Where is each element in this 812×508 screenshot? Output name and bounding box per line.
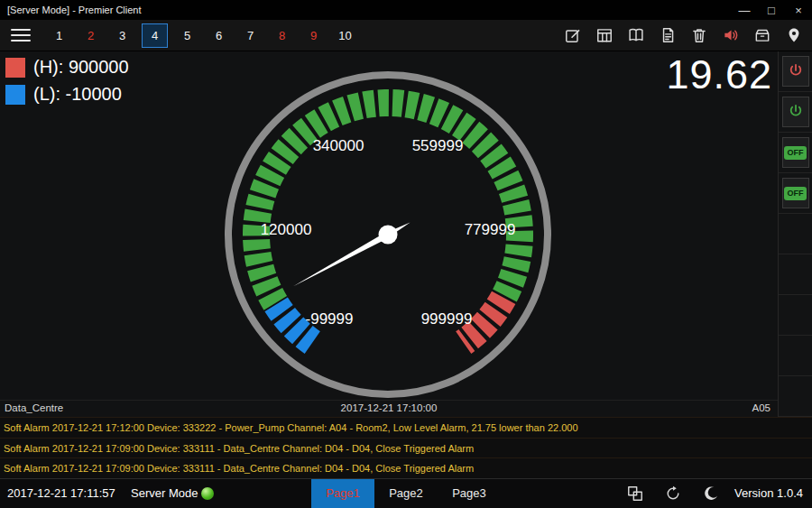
side-cell-empty: [779, 376, 812, 417]
archive-icon[interactable]: [753, 26, 771, 44]
gauge-arc-normal: [256, 103, 520, 303]
side-cell-empty: [779, 214, 812, 254]
window-title: [Server Mode] - Premier Client: [7, 5, 142, 15]
toggle-off-button-1[interactable]: OFF: [782, 137, 809, 168]
gauge-tick-label: -99999: [306, 310, 354, 328]
page-tab-page2[interactable]: Page2: [374, 479, 438, 508]
low-limit-label: (L): -10000: [33, 84, 122, 105]
power-off-button[interactable]: [782, 97, 809, 127]
side-cell-empty: [779, 336, 812, 376]
legend-high: (H): 900000: [5, 57, 129, 78]
gauge-tick-label: 779999: [465, 221, 516, 238]
window-controls: — □ ×: [731, 0, 812, 20]
windows-icon[interactable]: [626, 485, 644, 503]
high-color-swatch: [5, 58, 25, 78]
status-icons: [626, 485, 720, 503]
legend-low: (L): -10000: [5, 84, 129, 105]
grid-icon[interactable]: [595, 26, 614, 44]
toggle-off-label: OFF: [784, 146, 807, 160]
alarm-list: Soft Alarm 2017-12-21 17:12:00 Device: 3…: [0, 417, 812, 478]
tab-9[interactable]: 9: [298, 20, 329, 51]
tab-6[interactable]: 6: [203, 20, 235, 51]
gauge-legend: (H): 900000 (L): -10000: [5, 57, 129, 111]
maximize-button[interactable]: □: [758, 0, 785, 20]
alarm-row[interactable]: Soft Alarm 2017-12-21 17:09:00 Device: 3…: [0, 438, 812, 458]
page-tabs: 1 2 3 4 5 6 7 8 9 10: [43, 20, 361, 51]
document-icon[interactable]: [659, 26, 677, 44]
high-limit-label: (H): 900000: [33, 57, 129, 78]
gauge-panel: (H): 900000 (L): -10000 19.62 -99999 120…: [0, 51, 778, 417]
side-button-column: OFF OFF: [778, 51, 812, 417]
sync-icon[interactable]: [664, 485, 682, 503]
current-value: 19.62: [666, 51, 772, 98]
channel-label: A05: [752, 402, 770, 413]
side-cell-empty: [779, 254, 812, 295]
trash-icon[interactable]: [690, 26, 708, 44]
tab-5[interactable]: 5: [171, 20, 203, 51]
toolbar: 1 2 3 4 5 6 7 8 9 10: [0, 20, 812, 51]
tab-10[interactable]: 10: [329, 20, 361, 51]
gauge-tick-label: 340000: [313, 137, 364, 154]
toggle-off-button-2[interactable]: OFF: [782, 178, 809, 208]
side-cell-empty: [779, 295, 812, 336]
gauge-tick-label: 120000: [261, 221, 312, 238]
side-cell: OFF: [779, 133, 812, 173]
device-name: Data_Centre: [5, 402, 63, 413]
side-cell: OFF: [779, 173, 812, 214]
alarm-row[interactable]: Soft Alarm 2017-12-21 17:09:00 Device: 3…: [0, 457, 812, 478]
status-bar: 2017-12-21 17:11:57 Server Mode Page1 Pa…: [0, 478, 812, 508]
status-timestamp: 2017-12-21 17:11:57: [7, 479, 115, 508]
side-cell: [779, 92, 812, 133]
tab-4[interactable]: 4: [142, 23, 168, 48]
speaker-icon[interactable]: [722, 26, 740, 44]
tab-2[interactable]: 2: [75, 20, 106, 51]
page-tab-page1[interactable]: Page1: [311, 479, 374, 508]
close-button[interactable]: ×: [785, 0, 812, 20]
toolbar-icons: [564, 26, 803, 44]
gauge-footer: Data_Centre 2017-12-21 17:10:00 A05: [0, 400, 778, 417]
book-icon[interactable]: [627, 26, 645, 44]
gauge-tick-label: 999999: [421, 310, 473, 328]
tab-3[interactable]: 3: [106, 20, 138, 51]
side-cell: [779, 51, 812, 92]
power-on-button[interactable]: [782, 56, 809, 87]
version-label: Version 1.0.4: [734, 479, 803, 508]
gauge-hub: [379, 226, 398, 245]
gauge: -99999 120000 340000 559999 779999 99999…: [217, 63, 559, 406]
server-mode-label: Server Mode: [131, 479, 198, 508]
edit-icon[interactable]: [564, 26, 582, 44]
gauge-timestamp: 2017-12-21 17:10:00: [341, 402, 438, 413]
toggle-off-label: OFF: [784, 187, 807, 200]
page-tab-page3[interactable]: Page3: [438, 479, 501, 508]
tab-8[interactable]: 8: [266, 20, 298, 51]
bottom-page-tabs: Page1 Page2 Page3: [311, 479, 501, 508]
tab-1[interactable]: 1: [43, 20, 75, 51]
moon-icon[interactable]: [702, 485, 720, 503]
titlebar: [Server Mode] - Premier Client — □ ×: [0, 0, 812, 20]
minimize-button[interactable]: —: [731, 0, 758, 20]
low-color-swatch: [5, 85, 25, 105]
location-icon[interactable]: [785, 26, 803, 44]
gauge-tick-label: 559999: [412, 137, 464, 154]
menu-icon[interactable]: [11, 29, 31, 42]
alarm-row[interactable]: Soft Alarm 2017-12-21 17:12:00 Device: 3…: [0, 417, 812, 438]
server-mode-indicator: [201, 487, 214, 500]
tab-7[interactable]: 7: [235, 20, 266, 51]
